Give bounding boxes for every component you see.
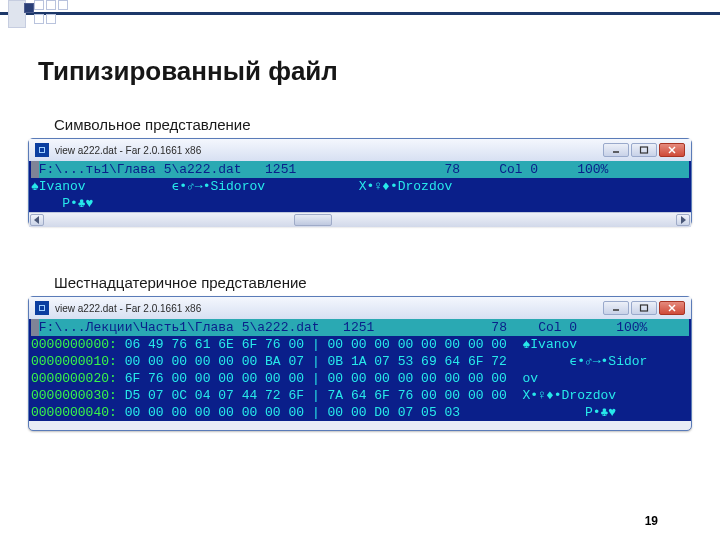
close-button[interactable] <box>659 143 685 157</box>
hex-row: 0000000030: D5 07 0C 04 07 44 72 6F | 7A… <box>31 387 689 404</box>
close-button[interactable] <box>659 301 685 315</box>
window-title: view a222.dat - Far 2.0.1661 x86 <box>55 303 603 314</box>
maximize-button[interactable] <box>631 301 657 315</box>
horizontal-scrollbar[interactable] <box>29 212 691 227</box>
minimize-button[interactable] <box>603 301 629 315</box>
app-icon <box>35 301 49 315</box>
hex-row: 0000000000: 06 49 76 61 6E 6F 76 00 | 00… <box>31 336 689 353</box>
scroll-left-button[interactable] <box>30 214 44 226</box>
status-line: F:\...ть1\Глава 5\a222.dat 1251 78 Col 0… <box>31 161 689 178</box>
terminal-area: F:\...Лекции\Часть1\Глава 5\a222.dat 125… <box>29 319 691 421</box>
hex-row: 0000000040: 00 00 00 00 00 00 00 00 | 00… <box>31 404 689 421</box>
svg-marker-5 <box>681 216 686 224</box>
cursor <box>31 319 39 336</box>
svg-rect-7 <box>641 305 648 311</box>
page-number: 19 <box>645 514 658 528</box>
scroll-right-button[interactable] <box>676 214 690 226</box>
hex-view-label: Шестнадцатеричное представление <box>54 274 307 291</box>
titlebar: view a222.dat - Far 2.0.1661 x86 <box>29 139 691 161</box>
slide-decoration <box>0 0 720 40</box>
scroll-thumb[interactable] <box>294 214 332 226</box>
hex-row: 0000000010: 00 00 00 00 00 00 BA 07 | 0B… <box>31 353 689 370</box>
window-title: view a222.dat - Far 2.0.1661 x86 <box>55 145 603 156</box>
terminal-area: F:\...ть1\Глава 5\a222.dat 1251 78 Col 0… <box>29 161 691 212</box>
svg-marker-4 <box>34 216 39 224</box>
content-row: ♠Ivanov ϵ•♂→•Sidorov X•♀♦•Drozdov <box>31 178 689 195</box>
app-icon <box>35 143 49 157</box>
titlebar: view a222.dat - Far 2.0.1661 x86 <box>29 297 691 319</box>
slide-title: Типизированный файл <box>38 56 338 87</box>
svg-rect-1 <box>641 147 648 153</box>
content-row: P•♣♥ <box>31 195 689 212</box>
status-line: F:\...Лекции\Часть1\Глава 5\a222.dat 125… <box>31 319 689 336</box>
hex-row: 0000000020: 6F 76 00 00 00 00 00 00 | 00… <box>31 370 689 387</box>
cursor <box>31 161 39 178</box>
far-char-window: view a222.dat - Far 2.0.1661 x86 F:\...т… <box>28 138 692 226</box>
minimize-button[interactable] <box>603 143 629 157</box>
maximize-button[interactable] <box>631 143 657 157</box>
far-hex-window: view a222.dat - Far 2.0.1661 x86 F:\...Л… <box>28 296 692 431</box>
char-view-label: Символьное представление <box>54 116 251 133</box>
